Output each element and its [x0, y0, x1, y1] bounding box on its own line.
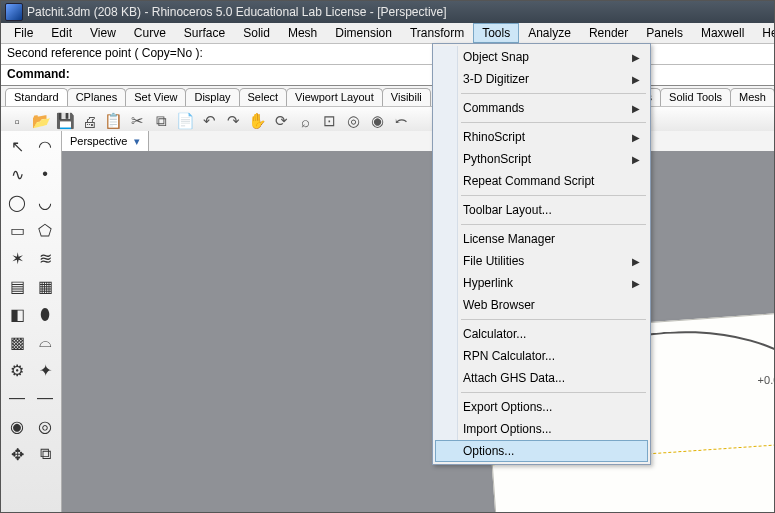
offset-icon[interactable]: ≋ [34, 247, 56, 269]
menu-curve[interactable]: Curve [125, 23, 175, 43]
copy-icon[interactable]: ⧉ [151, 111, 171, 131]
pointer-icon[interactable]: ↖ [6, 135, 28, 157]
menu-item-object-snap[interactable]: Object Snap▶ [435, 46, 648, 68]
menu-item-3-d-digitizer[interactable]: 3-D Digitizer▶ [435, 68, 648, 90]
properties-icon[interactable]: 📋 [103, 111, 123, 131]
menu-separator [461, 392, 646, 393]
pan-icon[interactable]: ✋ [247, 111, 267, 131]
menu-solid[interactable]: Solid [234, 23, 279, 43]
menu-edit[interactable]: Edit [42, 23, 81, 43]
menu-item-options[interactable]: Options... [435, 440, 648, 462]
curve-tools-icon[interactable]: ✶ [6, 247, 28, 269]
menu-item-file-utilities[interactable]: File Utilities▶ [435, 250, 648, 272]
save-icon[interactable]: 💾 [55, 111, 75, 131]
move-icon[interactable]: ✥ [6, 443, 28, 465]
pipe-icon[interactable]: ⌓ [34, 331, 56, 353]
zoom-previous-icon[interactable]: ⤺ [391, 111, 411, 131]
divider-icon[interactable]: — [34, 387, 56, 409]
menu-item-attach-ghs-data[interactable]: Attach GHS Data... [435, 367, 648, 389]
menu-file[interactable]: File [5, 23, 42, 43]
divider-icon[interactable]: — [6, 387, 28, 409]
viewport-tab-perspective[interactable]: Perspective ▾ [62, 131, 149, 151]
menu-item-label: RPN Calculator... [463, 349, 555, 363]
tab-set-view[interactable]: Set View [125, 88, 186, 106]
arc-icon[interactable]: ◡ [34, 191, 56, 213]
menu-item-import-options[interactable]: Import Options... [435, 418, 648, 440]
menu-surface[interactable]: Surface [175, 23, 234, 43]
group-icon[interactable]: ◉ [6, 415, 28, 437]
menu-analyze[interactable]: Analyze [519, 23, 580, 43]
viewport-canvas[interactable]: +0.00 m [62, 151, 774, 512]
lasso-icon[interactable]: ◠ [34, 135, 56, 157]
menu-item-hyperlink[interactable]: Hyperlink▶ [435, 272, 648, 294]
surface-loft-icon[interactable]: ▦ [34, 275, 56, 297]
ungroup-icon[interactable]: ◎ [34, 415, 56, 437]
submenu-arrow-icon: ▶ [632, 278, 640, 289]
circle-icon[interactable]: ◯ [6, 191, 28, 213]
tab-display[interactable]: Display [185, 88, 239, 106]
menu-item-label: Calculator... [463, 327, 526, 341]
copy-icon[interactable]: ⧉ [34, 443, 56, 465]
surface-plane-icon[interactable]: ▤ [6, 275, 28, 297]
tab-mesh[interactable]: Mesh [730, 88, 775, 106]
rectangle-icon[interactable]: ▭ [6, 219, 28, 241]
redo-icon[interactable]: ↷ [223, 111, 243, 131]
print-icon[interactable]: 🖨 [79, 111, 99, 131]
menu-separator [461, 122, 646, 123]
cut-icon[interactable]: ✂ [127, 111, 147, 131]
undo-icon[interactable]: ↶ [199, 111, 219, 131]
menu-tools[interactable]: Tools [473, 23, 519, 43]
zoom-window-icon[interactable]: ⌕ [295, 111, 315, 131]
menu-item-calculator[interactable]: Calculator... [435, 323, 648, 345]
zoom-selected-icon[interactable]: ◉ [367, 111, 387, 131]
box-icon[interactable]: ◧ [6, 303, 28, 325]
menu-item-web-browser[interactable]: Web Browser [435, 294, 648, 316]
new-icon[interactable]: ▫ [7, 111, 27, 131]
tab-standard[interactable]: Standard [5, 88, 68, 106]
menu-item-commands[interactable]: Commands▶ [435, 97, 648, 119]
cylinder-icon[interactable]: ⬮ [34, 303, 56, 325]
menu-separator [461, 195, 646, 196]
mesh-icon[interactable]: ▩ [6, 331, 28, 353]
menu-dimension[interactable]: Dimension [326, 23, 401, 43]
explode-icon[interactable]: ✦ [34, 359, 56, 381]
menu-item-rhinoscript[interactable]: RhinoScript▶ [435, 126, 648, 148]
chevron-down-icon[interactable]: ▾ [134, 135, 140, 147]
command-history: Second reference point ( Copy=No ): [1, 44, 774, 65]
point-icon[interactable]: • [34, 163, 56, 185]
menu-render[interactable]: Render [580, 23, 637, 43]
menu-item-label: Web Browser [463, 298, 535, 312]
command-line[interactable]: Command: [1, 65, 774, 86]
zoom-target-icon[interactable]: ◎ [343, 111, 363, 131]
tab-solid-tools[interactable]: Solid Tools [660, 88, 731, 106]
menu-maxwell[interactable]: Maxwell [692, 23, 753, 43]
menu-transform[interactable]: Transform [401, 23, 473, 43]
tab-viewport-layout[interactable]: Viewport Layout [286, 88, 383, 106]
menu-item-label: Hyperlink [463, 276, 513, 290]
polyline-icon[interactable]: ∿ [6, 163, 28, 185]
menu-item-toolbar-layout[interactable]: Toolbar Layout... [435, 199, 648, 221]
menu-help[interactable]: Help [753, 23, 775, 43]
open-icon[interactable]: 📂 [31, 111, 51, 131]
toolbar-tabs: StandardCPlanesSet ViewDisplaySelectView… [1, 86, 774, 107]
submenu-arrow-icon: ▶ [632, 154, 640, 165]
menu-panels[interactable]: Panels [637, 23, 692, 43]
tab-select[interactable]: Select [239, 88, 288, 106]
zoom-extents-icon[interactable]: ⊡ [319, 111, 339, 131]
menu-item-repeat-command-script[interactable]: Repeat Command Script [435, 170, 648, 192]
gear-icon[interactable]: ⚙ [6, 359, 28, 381]
tab-cplanes[interactable]: CPlanes [67, 88, 127, 106]
menu-item-export-options[interactable]: Export Options... [435, 396, 648, 418]
submenu-arrow-icon: ▶ [632, 103, 640, 114]
menu-mesh[interactable]: Mesh [279, 23, 326, 43]
rotate-icon[interactable]: ⟳ [271, 111, 291, 131]
menu-bar: FileEditViewCurveSurfaceSolidMeshDimensi… [1, 23, 774, 44]
menu-item-pythonscript[interactable]: PythonScript▶ [435, 148, 648, 170]
menu-item-license-manager[interactable]: License Manager [435, 228, 648, 250]
menu-item-rpn-calculator[interactable]: RPN Calculator... [435, 345, 648, 367]
paste-icon[interactable]: 📄 [175, 111, 195, 131]
menu-item-label: Commands [463, 101, 524, 115]
menu-view[interactable]: View [81, 23, 125, 43]
polygon-icon[interactable]: ⬠ [34, 219, 56, 241]
tab-visibili[interactable]: Visibili [382, 88, 431, 106]
